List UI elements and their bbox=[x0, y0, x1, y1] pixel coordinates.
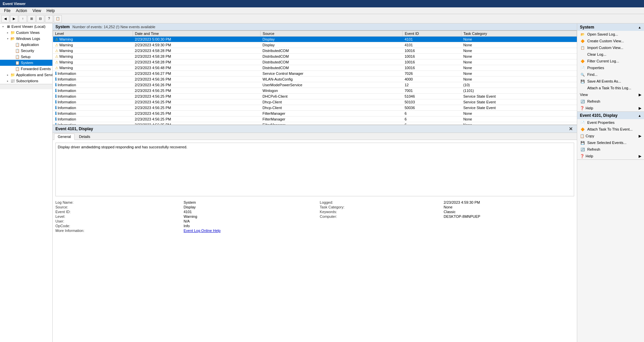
more-info-link[interactable]: Event Log Online Help bbox=[184, 229, 315, 233]
expander-system[interactable] bbox=[10, 60, 15, 65]
cell-taskcategory: Service State Event bbox=[461, 99, 577, 105]
tree-item-setup[interactable]: 📋Setup bbox=[0, 54, 52, 60]
menu-file[interactable]: File bbox=[1, 8, 13, 13]
expander-custom-views[interactable]: ▸ bbox=[5, 30, 10, 35]
log-info: Number of events: 14,252 (!) New events … bbox=[73, 25, 155, 29]
event-action-item-refresh[interactable]: 🔄Refresh bbox=[577, 146, 644, 153]
cell-taskcategory: None bbox=[461, 71, 577, 77]
toolbar: ◀ ▶ ↑ ⊞ ⊟ ? 📋 bbox=[0, 14, 644, 23]
actions-system-collapse-button[interactable]: ▲ bbox=[638, 26, 641, 29]
expander-windows-logs[interactable]: ▾ bbox=[5, 36, 10, 41]
table-row[interactable]: ⚠ Warning 2/23/2023 4:58:28 PM Distribut… bbox=[53, 54, 577, 59]
table-row[interactable]: ⚠ Warning 2/23/2023 4:56:48 PM Distribut… bbox=[53, 65, 577, 71]
action-label: Attach Task To This Event... bbox=[587, 127, 633, 131]
tab-general[interactable]: General bbox=[54, 134, 75, 140]
tree-item-application[interactable]: 📋Application bbox=[0, 42, 52, 48]
table-row[interactable]: ℹ Information 2/23/2023 4:56:25 PM Filte… bbox=[53, 116, 577, 122]
table-row[interactable]: ℹ Information 2/23/2023 4:56:25 PM DHCPv… bbox=[53, 94, 577, 99]
expander-security[interactable] bbox=[10, 48, 15, 53]
action-item-refresh[interactable]: 🔄Refresh bbox=[577, 98, 644, 105]
event-action-item-event-properties[interactable]: 📄Event Properties bbox=[577, 119, 644, 126]
action-item-create-custom-view[interactable]: 🔶Create Custom View... bbox=[577, 38, 644, 44]
menu-help[interactable]: Help bbox=[44, 8, 58, 13]
cell-level: ⚠ Warning bbox=[53, 54, 133, 59]
action-item-import-custom-view[interactable]: 📋Import Custom View... bbox=[577, 44, 644, 51]
toolbar-collapse-button[interactable]: ⊟ bbox=[36, 15, 44, 22]
table-row[interactable]: ℹ Information 2/23/2023 4:56:25 PM Dhcp-… bbox=[53, 99, 577, 105]
log-title: System bbox=[55, 25, 70, 29]
col-level[interactable]: Level bbox=[53, 31, 133, 37]
action-item-properties[interactable]: 📄Properties bbox=[577, 64, 644, 71]
cell-datetime: 2/23/2023 4:56:27 PM bbox=[133, 71, 261, 77]
tree-item-event-viewer-local[interactable]: ▾🖥Event Viewer (Local) bbox=[0, 23, 52, 30]
event-action-item-attach-task-to-this-event[interactable]: 🔶Attach Task To This Event... bbox=[577, 126, 644, 133]
meta-value-logname: System bbox=[184, 200, 315, 204]
cell-source: Winlogon bbox=[261, 88, 403, 94]
events-table-container[interactable]: Level Date and Time Source Event ID Task… bbox=[53, 31, 577, 125]
actions-event-collapse-button[interactable]: ▲ bbox=[638, 114, 641, 117]
cell-taskcategory: None bbox=[461, 59, 577, 65]
table-row[interactable]: ℹ Information 2/23/2023 4:56:26 PM WLAN-… bbox=[53, 77, 577, 82]
toolbar-copy-button[interactable]: 📋 bbox=[54, 15, 62, 22]
action-label: Attach a Task To this Log... bbox=[587, 86, 631, 90]
icon-security: 📋 bbox=[15, 48, 20, 53]
actions-event-header: Event 4101, Display ▲ bbox=[577, 112, 644, 119]
table-row[interactable]: ⚠ Warning 2/23/2023 4:58:28 PM Distribut… bbox=[53, 48, 577, 54]
event-detail-title: Event 4101, Display bbox=[55, 127, 93, 131]
event-detail-close-button[interactable]: ✕ bbox=[567, 126, 574, 132]
table-row[interactable]: ℹ Information 2/23/2023 4:56:25 PM Dhcp-… bbox=[53, 105, 577, 111]
tree-item-apps-services[interactable]: ▸📁Applications and Services Lo bbox=[0, 72, 52, 78]
action-item-open-saved-log[interactable]: 📂Open Saved Log... bbox=[577, 31, 644, 38]
tree-item-subscriptions[interactable]: ▸📰Subscriptions bbox=[0, 78, 52, 84]
expander-apps-services[interactable]: ▸ bbox=[5, 72, 10, 77]
expander-application[interactable] bbox=[10, 42, 15, 47]
left-panel[interactable]: ▾🖥Event Viewer (Local)▸📁Custom Views▾📂Wi… bbox=[0, 23, 53, 342]
action-item-help[interactable]: ❓ Help▶ bbox=[577, 105, 644, 111]
table-row[interactable]: ⚠ Warning 2/23/2023 4:59:30 PM Display 4… bbox=[53, 42, 577, 48]
tree-item-security[interactable]: 📋Security bbox=[0, 48, 52, 54]
tab-details[interactable]: Details bbox=[75, 134, 94, 140]
event-description-area[interactable]: Display driver amdwddmg stopped respondi… bbox=[53, 140, 577, 342]
expander-forwarded-events[interactable] bbox=[10, 66, 15, 71]
action-icon: 💾 bbox=[580, 79, 585, 84]
action-item-view[interactable]: View▶ bbox=[577, 91, 644, 98]
label-apps-services: Applications and Services Lo bbox=[16, 73, 53, 77]
menu-view[interactable]: View bbox=[30, 8, 44, 13]
tree-item-system[interactable]: 📋System bbox=[0, 60, 52, 66]
col-source[interactable]: Source bbox=[261, 31, 403, 37]
bottom-scrollbar[interactable] bbox=[0, 84, 52, 89]
expander-event-viewer-local[interactable]: ▾ bbox=[1, 24, 5, 29]
menu-action[interactable]: Action bbox=[13, 8, 30, 13]
table-row[interactable]: ⚠ Warning 2/23/2023 5:00:30 PM Display 4… bbox=[53, 37, 577, 42]
toolbar-back-button[interactable]: ◀ bbox=[1, 15, 9, 22]
tree-item-custom-views[interactable]: ▸📁Custom Views bbox=[0, 30, 52, 36]
toolbar-forward-button[interactable]: ▶ bbox=[10, 15, 18, 22]
event-action-item-save-selected-events[interactable]: 💾Save Selected Events... bbox=[577, 139, 644, 146]
table-row[interactable]: ℹ Information 2/23/2023 4:56:25 PM Filte… bbox=[53, 122, 577, 125]
col-eventid[interactable]: Event ID bbox=[403, 31, 461, 37]
action-item-clear-log[interactable]: Clear Log... bbox=[577, 51, 644, 58]
event-action-item-copy[interactable]: 📋 Copy▶ bbox=[577, 133, 644, 139]
submenu-arrow: ▶ bbox=[639, 134, 641, 138]
action-item-find[interactable]: 🔍Find... bbox=[577, 71, 644, 78]
table-row[interactable]: ℹ Information 2/23/2023 4:56:25 PM Winlo… bbox=[53, 88, 577, 94]
event-action-item-help[interactable]: ❓ Help▶ bbox=[577, 153, 644, 159]
toolbar-up-button[interactable]: ↑ bbox=[19, 15, 27, 22]
cell-source: DHCPv6-Client bbox=[261, 94, 403, 99]
table-row[interactable]: ℹ Information 2/23/2023 4:56:25 PM Filte… bbox=[53, 111, 577, 116]
toolbar-expand-button[interactable]: ⊞ bbox=[28, 15, 36, 22]
table-row[interactable]: ℹ Information 2/23/2023 4:56:27 PM Servi… bbox=[53, 71, 577, 77]
toolbar-help-button[interactable]: ? bbox=[45, 15, 53, 22]
action-label: Event Properties bbox=[587, 120, 614, 125]
action-item-attach-a-task-to-this-log[interactable]: Attach a Task To this Log... bbox=[577, 85, 644, 91]
expander-subscriptions[interactable]: ▸ bbox=[5, 79, 10, 83]
action-item-filter-current-log[interactable]: 🔶Filter Current Log... bbox=[577, 58, 644, 64]
col-datetime[interactable]: Date and Time bbox=[133, 31, 261, 37]
action-item-save-all-events-as[interactable]: 💾Save All Events As... bbox=[577, 78, 644, 85]
tree-item-windows-logs[interactable]: ▾📂Windows Logs bbox=[0, 36, 52, 42]
tree-item-forwarded-events[interactable]: 📋Forwarded Events bbox=[0, 66, 52, 72]
table-row[interactable]: ℹ Information 2/23/2023 4:56:26 PM UserM… bbox=[53, 82, 577, 88]
expander-setup[interactable] bbox=[10, 54, 15, 59]
table-row[interactable]: ⚠ Warning 2/23/2023 4:58:28 PM Distribut… bbox=[53, 59, 577, 65]
col-taskcategory[interactable]: Task Category bbox=[461, 31, 577, 37]
